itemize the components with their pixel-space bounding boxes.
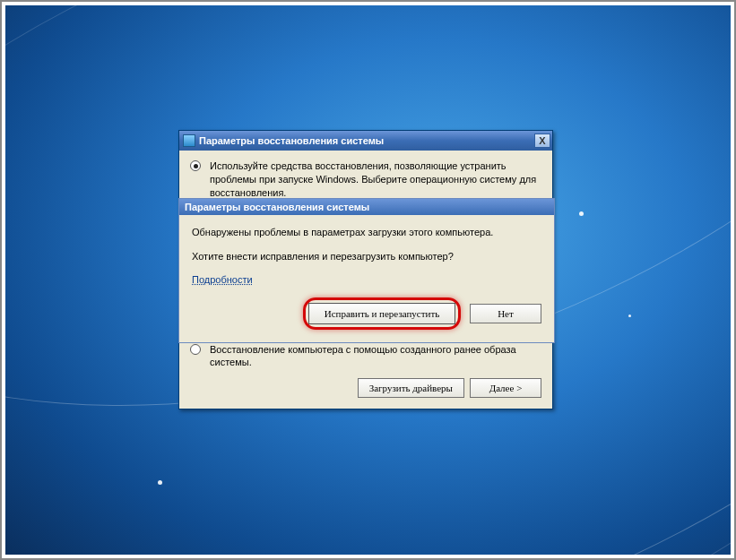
fix-and-restart-button[interactable]: Исправить и перезапустить — [308, 303, 455, 324]
option1-label: Используйте средства восстановления, поз… — [210, 159, 541, 200]
decoration — [579, 211, 584, 216]
no-button[interactable]: Нет — [470, 304, 541, 323]
recovery-options-dialog: Параметры восстановления системы X Испол… — [178, 130, 553, 409]
inner-body: Обнаружены проблемы в параметрах загрузк… — [179, 215, 554, 342]
decoration — [628, 314, 631, 317]
radio-icon[interactable] — [190, 160, 201, 171]
dialog-buttons: Загрузить драйверы Далее > — [190, 378, 541, 398]
radio-icon[interactable] — [190, 344, 201, 355]
option2-label: Восстановление компьютера с помощью созд… — [210, 343, 541, 370]
message-confirm-fix: Хотите внести исправления и перезагрузит… — [192, 250, 541, 263]
decoration — [158, 480, 162, 485]
desktop-wallpaper: Параметры восстановления системы X Испол… — [5, 5, 731, 555]
inner-title: Параметры восстановления системы — [179, 199, 554, 215]
close-icon: X — [539, 135, 545, 146]
app-icon — [183, 134, 195, 147]
highlight-annotation: Исправить и перезапустить — [303, 297, 461, 330]
message-problems-found: Обнаружены проблемы в параметрах загрузк… — [192, 226, 541, 239]
boot-problems-dialog: Параметры восстановления системы Обнаруж… — [178, 198, 555, 343]
titlebar[interactable]: Параметры восстановления системы X — [179, 131, 552, 151]
option-use-tools[interactable]: Используйте средства восстановления, поз… — [190, 159, 541, 200]
load-drivers-button[interactable]: Загрузить драйверы — [358, 378, 464, 398]
inner-buttons: Исправить и перезапустить Нет — [192, 297, 541, 330]
details-link[interactable]: Подробности — [192, 274, 253, 285]
next-button[interactable]: Далее > — [470, 378, 541, 398]
window-title: Параметры восстановления системы — [199, 135, 534, 146]
outer-frame: Параметры восстановления системы X Испол… — [0, 0, 736, 560]
option-image-restore[interactable]: Восстановление компьютера с помощью созд… — [190, 343, 541, 370]
close-button[interactable]: X — [534, 134, 550, 148]
